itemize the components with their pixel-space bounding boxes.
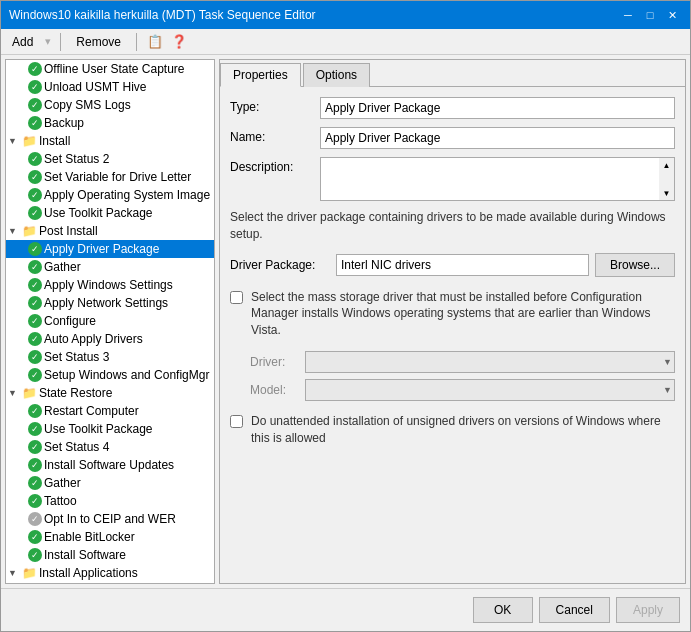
green-check-icon: ✓ <box>28 278 42 292</box>
scroll-up-arrow[interactable]: ▲ <box>660 158 674 172</box>
expand-icon[interactable]: ▼ <box>8 136 20 146</box>
tree-item-label: Set Status 4 <box>44 440 109 454</box>
window-title: Windows10 kaikilla herkuilla (MDT) Task … <box>9 8 316 22</box>
description-scrollbar[interactable]: ▲ ▼ <box>659 157 675 201</box>
add-menu[interactable]: Add <box>5 32 40 52</box>
expand-icon[interactable]: ▼ <box>8 568 20 578</box>
tree-item-apply-driver-pkg[interactable]: ✓Apply Driver Package <box>6 240 214 258</box>
help-icon[interactable]: ❓ <box>169 32 189 52</box>
driver-package-input[interactable] <box>336 254 589 276</box>
tree-item-gather-2[interactable]: ✓Gather <box>6 474 214 492</box>
tree-item-label: Use Toolkit Package <box>44 206 153 220</box>
close-button[interactable]: ✕ <box>662 6 682 24</box>
menu-sep2 <box>136 33 137 51</box>
expand-icon[interactable]: ▼ <box>8 388 20 398</box>
tree-item-setup-windows[interactable]: ✓Setup Windows and ConfigMgr <box>6 366 214 384</box>
tree-item-apply-os[interactable]: ✓Apply Operating System Image <box>6 186 214 204</box>
green-check-icon: ✓ <box>28 458 42 472</box>
tree-item-label: Set Status 3 <box>44 350 109 364</box>
tree-item-label: State Restore <box>39 386 112 400</box>
tree-item-set-status-4[interactable]: ✓Set Status 4 <box>6 438 214 456</box>
tree-item-copy-sms[interactable]: ✓Copy SMS Logs <box>6 96 214 114</box>
tree-item-offline-user[interactable]: ✓Offline User State Capture <box>6 60 214 78</box>
mass-storage-checkbox[interactable] <box>230 291 243 304</box>
mass-storage-row: Select the mass storage driver that must… <box>230 289 675 339</box>
title-controls: ─ □ ✕ <box>618 6 682 24</box>
scroll-down-arrow[interactable]: ▼ <box>660 186 674 200</box>
tree-item-unload-usmt[interactable]: ✓Unload USMT Hive <box>6 78 214 96</box>
tree-item-auto-apply-drivers[interactable]: ✓Auto Apply Drivers <box>6 330 214 348</box>
tree-item-install-software-updates[interactable]: ✓Install Software Updates <box>6 456 214 474</box>
remove-menu[interactable]: Remove <box>69 32 128 52</box>
cancel-button[interactable]: Cancel <box>539 597 610 623</box>
tree-item-apply-network-settings[interactable]: ✓Apply Network Settings <box>6 294 214 312</box>
tree-panel[interactable]: ✓Offline User State Capture✓Unload USMT … <box>5 59 215 584</box>
tree-item-set-variable[interactable]: ✓Set Variable for Drive Letter <box>6 168 214 186</box>
tree-item-label: Use Toolkit Package <box>44 422 153 436</box>
apply-button[interactable]: Apply <box>616 597 680 623</box>
folder-icon: 📁 <box>22 224 37 238</box>
menu-bar: Add ▾ Remove 📋 ❓ <box>1 29 690 55</box>
tree-item-label: Apply Windows Settings <box>44 278 173 292</box>
unattended-checkbox[interactable] <box>230 415 243 428</box>
name-input[interactable] <box>320 127 675 149</box>
tree-item-install-applications[interactable]: ▼📁Install Applications <box>6 564 214 582</box>
expand-icon[interactable]: ▼ <box>8 226 20 236</box>
tree-item-opt-in-ceip[interactable]: ✓Opt In to CEIP and WER <box>6 510 214 528</box>
tree-item-post-install[interactable]: ▼📁Post Install <box>6 222 214 240</box>
tree-item-gather[interactable]: ✓Gather <box>6 258 214 276</box>
type-input[interactable] <box>320 97 675 119</box>
green-check-icon: ✓ <box>28 152 42 166</box>
properties-icon[interactable]: 📋 <box>145 32 165 52</box>
main-window: Windows10 kaikilla herkuilla (MDT) Task … <box>0 0 691 632</box>
tree-item-apply-windows-settings[interactable]: ✓Apply Windows Settings <box>6 276 214 294</box>
tree-item-set-status-3[interactable]: ✓Set Status 3 <box>6 348 214 366</box>
tree-item-install[interactable]: ▼📁Install <box>6 132 214 150</box>
tree-item-enable-bitlocker[interactable]: ✓Enable BitLocker <box>6 528 214 546</box>
model-select-wrapper: ▼ <box>305 379 675 401</box>
browse-button[interactable]: Browse... <box>595 253 675 277</box>
driver-select: ▼ <box>305 351 675 373</box>
type-label: Type: <box>230 97 320 114</box>
tree-item-set-status-2[interactable]: ✓Set Status 2 <box>6 150 214 168</box>
maximize-button[interactable]: □ <box>640 6 660 24</box>
tab-content-properties: Type: Name: Description: ▲ <box>220 87 685 583</box>
tree-item-backup[interactable]: ✓Backup <box>6 114 214 132</box>
green-check-icon: ✓ <box>28 332 42 346</box>
green-check-icon: ✓ <box>28 260 42 274</box>
unattended-label: Do unattended installation of unsigned d… <box>251 413 675 447</box>
driver-package-row: Driver Package: Browse... <box>230 253 675 277</box>
green-check-icon: ✓ <box>28 314 42 328</box>
tree-item-restart-computer[interactable]: ✓Restart Computer <box>6 402 214 420</box>
green-check-icon: ✓ <box>28 206 42 220</box>
name-row: Name: <box>230 127 675 149</box>
tree-item-configure[interactable]: ✓Configure <box>6 312 214 330</box>
tree-item-install-software[interactable]: ✓Install Software <box>6 546 214 564</box>
tree-item-label: Unload USMT Hive <box>44 80 146 94</box>
description-textarea[interactable] <box>320 157 675 201</box>
tree-item-use-toolkit-2[interactable]: ✓Use Toolkit Package <box>6 420 214 438</box>
model-field-row: Model: ▼ <box>250 379 675 401</box>
green-check-icon: ✓ <box>28 80 42 94</box>
description-row: Description: ▲ ▼ <box>230 157 675 201</box>
driver-label: Driver: <box>250 355 305 369</box>
model-select: ▼ <box>305 379 675 401</box>
description-label: Description: <box>230 157 320 174</box>
tree-item-tattoo[interactable]: ✓Tattoo <box>6 492 214 510</box>
tab-properties[interactable]: Properties <box>220 63 301 87</box>
minimize-button[interactable]: ─ <box>618 6 638 24</box>
tree-item-label: Tattoo <box>44 494 77 508</box>
unattended-row: Do unattended installation of unsigned d… <box>230 413 675 447</box>
tree-item-state-restore[interactable]: ▼📁State Restore <box>6 384 214 402</box>
green-check-icon: ✓ <box>28 422 42 436</box>
tree-item-convert-list[interactable]: ✓Convert list to two digits <box>6 582 214 584</box>
ok-button[interactable]: OK <box>473 597 533 623</box>
green-check-icon: ✓ <box>28 296 42 310</box>
menu-sep <box>60 33 61 51</box>
green-check-icon: ✓ <box>28 530 42 544</box>
green-check-icon: ✓ <box>28 368 42 382</box>
tree-item-label: Set Status 2 <box>44 152 109 166</box>
tab-options[interactable]: Options <box>303 63 370 87</box>
tree-item-use-toolkit[interactable]: ✓Use Toolkit Package <box>6 204 214 222</box>
description-wrapper: ▲ ▼ <box>320 157 675 201</box>
